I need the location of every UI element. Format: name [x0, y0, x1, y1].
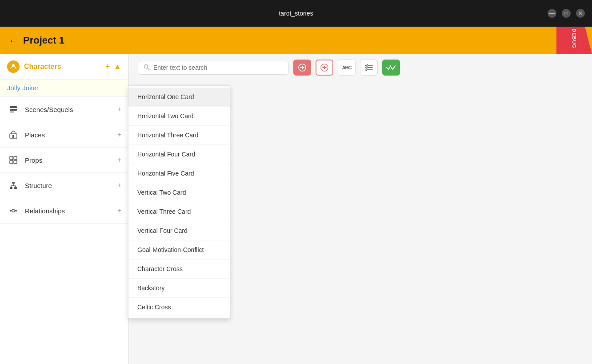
dropdown-item-cc[interactable]: Character Cross — [128, 260, 230, 279]
character-name: Jolly Joker — [7, 84, 39, 92]
header-bar: ← Project 1 DEBUG — [0, 27, 592, 54]
titlebar-title: tarot_stories — [279, 10, 313, 17]
add-outline-button[interactable] — [316, 60, 333, 76]
dropdown-item-bs[interactable]: Backstory — [128, 279, 230, 298]
dropdown-item-v4[interactable]: Vertical Four Card — [128, 221, 230, 240]
dropdown-item-h1[interactable]: Horizontal One Card — [128, 88, 230, 107]
svg-rect-6 — [10, 156, 13, 160]
props-icon — [7, 154, 20, 166]
characters-section-header: Characters + ▲ — [0, 54, 128, 80]
relationships-label: Relationships — [25, 207, 117, 215]
sidebar: Characters + ▲ Jolly Joker Scenes/Sequel… — [0, 54, 129, 364]
character-item[interactable]: Jolly Joker — [0, 80, 128, 97]
places-label: Places — [25, 131, 117, 139]
structure-add-icon[interactable]: + — [117, 181, 121, 189]
relationships-icon — [7, 204, 20, 217]
characters-collapse-button[interactable]: ▲ — [113, 62, 121, 72]
svg-rect-8 — [10, 160, 13, 164]
characters-actions: + ▲ — [105, 62, 121, 72]
structure-label: Structure — [25, 182, 117, 189]
dropdown-item-h3[interactable]: Horizontal Three Card — [128, 126, 230, 145]
svg-rect-2 — [10, 109, 17, 111]
abc-button[interactable]: ABC — [338, 60, 356, 76]
structure-icon — [7, 179, 20, 192]
characters-label: Characters — [24, 63, 105, 71]
scenes-add-icon[interactable]: + — [117, 105, 121, 113]
sidebar-item-places[interactable]: Places + — [0, 122, 128, 148]
dropdown-item-celt[interactable]: Celtic Cross — [128, 298, 230, 316]
back-button[interactable]: ← — [9, 36, 18, 46]
close-button[interactable]: ✕ — [576, 9, 585, 18]
debug-badge: DEBUG — [556, 27, 592, 54]
search-icon — [144, 64, 150, 72]
minimize-button[interactable]: — — [548, 9, 556, 18]
sidebar-item-structure[interactable]: Structure + — [0, 173, 128, 198]
svg-rect-7 — [14, 156, 17, 160]
scenes-icon — [7, 103, 20, 116]
search-container — [138, 61, 289, 75]
relationships-add-icon[interactable]: + — [117, 207, 121, 215]
delete-button[interactable] — [293, 60, 311, 76]
svg-rect-5 — [12, 135, 14, 138]
toolbar: ABC — [129, 54, 592, 81]
dropdown-menu: Horizontal One Card Horizontal Two Card … — [128, 85, 230, 319]
sidebar-item-props[interactable]: Props + — [0, 148, 128, 173]
svg-point-17 — [10, 210, 12, 212]
places-add-icon[interactable]: + — [117, 131, 121, 139]
props-add-icon[interactable]: + — [117, 156, 121, 164]
svg-rect-11 — [10, 187, 12, 189]
dropdown-item-v2[interactable]: Vertical Two Card — [128, 183, 230, 202]
sidebar-item-scenes[interactable]: Scenes/Sequels + — [0, 97, 128, 122]
svg-rect-10 — [12, 182, 15, 184]
characters-add-button[interactable]: + — [105, 62, 110, 72]
checklist-button[interactable] — [360, 60, 378, 76]
green-check-button[interactable] — [382, 60, 400, 76]
abc-icon: ABC — [342, 65, 352, 70]
dropdown-item-h2[interactable]: Horizontal Two Card — [128, 107, 230, 126]
svg-rect-3 — [10, 112, 14, 112]
places-icon — [7, 128, 20, 141]
svg-rect-1 — [10, 106, 17, 108]
project-title: Project 1 — [23, 35, 64, 46]
props-label: Props — [25, 156, 117, 164]
maximize-button[interactable]: □ — [562, 9, 571, 18]
dropdown-items-list: Horizontal One Card Horizontal Two Card … — [128, 86, 230, 318]
svg-rect-12 — [14, 187, 17, 189]
dropdown-item-v3[interactable]: Vertical Three Card — [128, 202, 230, 221]
dropdown-item-h4[interactable]: Horizontal Four Card — [128, 145, 230, 164]
titlebar: tarot_stories — □ ✕ — [0, 0, 592, 27]
dropdown-item-h5[interactable]: Horizontal Five Card — [128, 164, 230, 183]
svg-point-18 — [15, 210, 17, 212]
scenes-label: Scenes/Sequels — [25, 106, 117, 113]
titlebar-controls: — □ ✕ — [548, 9, 585, 18]
svg-line-20 — [148, 68, 150, 70]
search-input[interactable] — [153, 64, 283, 71]
svg-rect-9 — [14, 160, 17, 164]
sidebar-item-relationships[interactable]: Relationships + — [0, 198, 128, 224]
characters-icon — [7, 60, 20, 73]
dropdown-item-gmc[interactable]: Goal-Motivation-Conflict — [128, 240, 230, 260]
main-layout: Characters + ▲ Jolly Joker Scenes/Sequel… — [0, 54, 592, 364]
